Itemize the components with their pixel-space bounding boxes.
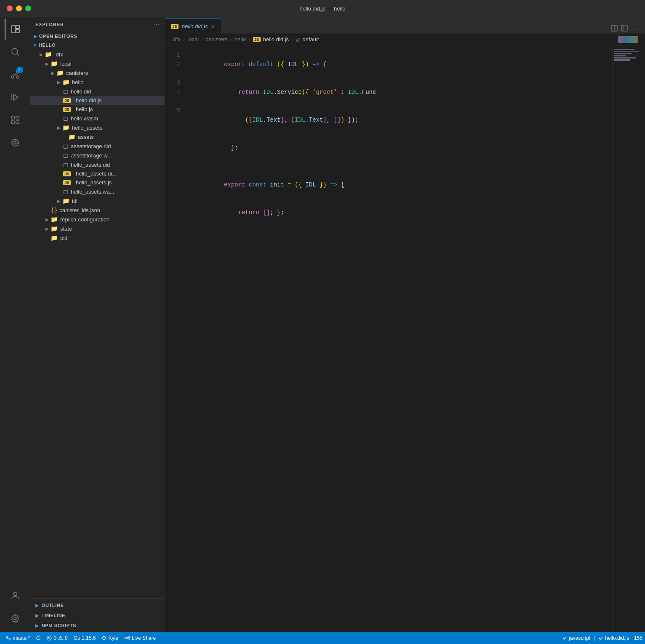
canister-ids-icon: {·} — [51, 207, 57, 213]
idl-folder[interactable]: ▶ 📁 idl — [30, 196, 165, 205]
timeline-section[interactable]: ▶ TIMELINE — [30, 610, 165, 620]
root-folder-hello[interactable]: ▾ HELLO — [30, 40, 165, 50]
status-right: javascript | hello.did.js 155 — [560, 632, 645, 644]
activity-icon-settings[interactable] — [5, 608, 26, 629]
canisters-folder-icon: 📁 — [56, 69, 64, 76]
hello-assets-js-icon: JS — [63, 180, 73, 185]
assets-folder[interactable]: ▶ 📁 assets — [30, 132, 165, 141]
dfx-folder[interactable]: ▶ 📁 .dfx — [30, 50, 165, 59]
svg-point-30 — [128, 636, 130, 638]
file-hello-assets-wasm[interactable]: ◻ hello_assets.wa... — [30, 187, 165, 196]
activity-icon-account[interactable] — [5, 585, 26, 606]
replica-config-folder[interactable]: ▶ 📁 replica-configuration — [30, 215, 165, 224]
go-version-label: Go 1.15.6 — [74, 635, 96, 641]
bc-dfx[interactable]: .dfx — [172, 36, 181, 43]
code-editor[interactable]: 1 2 3 4 5 export default ({ IDL }) => { … — [165, 45, 645, 632]
bc-local[interactable]: local — [187, 36, 199, 43]
assetstorage-wasm-label: assetstorage.w... — [71, 152, 112, 159]
code-content[interactable]: export default ({ IDL }) => { return IDL… — [187, 51, 645, 627]
status-sync[interactable] — [33, 632, 43, 644]
code-line-1: export default ({ IDL }) => { — [189, 51, 645, 78]
activity-icon-run[interactable] — [5, 87, 26, 108]
status-live-share[interactable]: Live Share — [122, 632, 158, 644]
file-assetstorage-wasm[interactable]: ◻ assetstorage.w... — [30, 151, 165, 160]
dfx-folder-icon: 📁 — [45, 51, 52, 58]
tab-close-button[interactable]: × — [211, 23, 214, 30]
state-folder[interactable]: ▶ 📁 state — [30, 224, 165, 233]
svg-point-16 — [13, 592, 17, 596]
file-tree: ▶ OPEN EDITORS ▾ HELLO ▶ 📁 .dfx ▶ 📁 loca… — [30, 32, 165, 598]
bc-filename[interactable]: hello.did.js — [263, 36, 289, 43]
status-user[interactable]: Kyle — [99, 632, 120, 644]
pid-folder-icon: 📁 — [51, 234, 58, 241]
hello-wasm-icon: ◻ — [63, 115, 68, 122]
svg-point-29 — [125, 637, 126, 639]
svg-rect-1 — [16, 25, 19, 29]
hello-assets-did-label: hello_assets.did — [71, 162, 110, 168]
activity-icon-explorer[interactable] — [5, 19, 26, 40]
code-line-3: }; — [189, 134, 645, 162]
pid-folder[interactable]: ▶ 📁 pid — [30, 233, 165, 242]
activity-icon-source-control[interactable]: 1 — [5, 64, 26, 85]
status-errors[interactable]: 0 0 — [44, 632, 70, 644]
status-branch[interactable]: master* — [3, 632, 32, 644]
file-hello-js[interactable]: JS hello.js — [30, 105, 165, 114]
file-assetstorage-did[interactable]: ◻ assetstorage.did — [30, 141, 165, 151]
file-hello-wasm[interactable]: ◻ hello.wasm — [30, 114, 165, 123]
outline-label: OUTLINE — [42, 603, 64, 608]
tab-js-badge: JS — [171, 24, 179, 29]
status-line[interactable]: 155 — [632, 632, 645, 644]
file-canister-ids[interactable]: {·} canister_ids.json — [30, 205, 165, 215]
hello-assets-di-js-icon: JS — [63, 171, 73, 176]
hello-assets-label: hello_assets — [72, 125, 102, 131]
tab-hello-did-js[interactable]: JS hello.did.js × — [165, 19, 221, 34]
tab-bar-actions: ··· — [606, 24, 645, 33]
svg-rect-20 — [621, 25, 627, 31]
file-hello-assets-js[interactable]: JS hello_assets.js — [30, 178, 165, 187]
hello-subfolder[interactable]: ▶ 📁 hello — [30, 77, 165, 87]
hello-wasm-label: hello.wasm — [71, 115, 98, 122]
outline-section[interactable]: ▶ OUTLINE — [30, 600, 165, 610]
canisters-folder[interactable]: ▶ 📁 canisters — [30, 68, 165, 77]
window-controls[interactable] — [7, 5, 31, 11]
hello-assets-wasm-label: hello_assets.wa... — [71, 189, 114, 195]
minimap — [612, 45, 645, 632]
sidebar-bottom: ▶ OUTLINE ▶ TIMELINE ▶ NPM SCRIPTS — [30, 598, 165, 632]
close-button[interactable] — [7, 5, 13, 11]
split-editor-icon[interactable] — [611, 25, 618, 33]
assetstorage-did-label: assetstorage.did — [71, 143, 111, 149]
sync-icon — [36, 636, 41, 641]
bc-symbol-name[interactable]: default — [302, 36, 319, 43]
timeline-arrow: ▶ — [35, 613, 39, 618]
branch-name: master* — [13, 635, 30, 641]
svg-point-28 — [61, 639, 61, 640]
local-folder[interactable]: ▶ 📁 local — [30, 59, 165, 68]
maximize-button[interactable] — [25, 5, 31, 11]
assets-folder-icon: 📁 — [68, 133, 75, 140]
npm-scripts-section[interactable]: ▶ NPM SCRIPTS — [30, 620, 165, 631]
file-hello-did[interactable]: ◻ hello.did — [30, 87, 165, 96]
minimize-button[interactable] — [16, 5, 22, 11]
activity-icon-remote[interactable] — [5, 132, 26, 153]
editor-area: JS hello.did.js × ··· — [165, 17, 645, 632]
error-icon — [47, 636, 52, 641]
code-line-2b: ([IDL.Text], [IDL.Text], []) }); — [189, 106, 645, 134]
activity-icon-extensions[interactable] — [5, 109, 26, 130]
status-language[interactable]: javascript — [560, 632, 593, 644]
status-go-version[interactable]: Go 1.15.6 — [71, 632, 99, 644]
activity-icon-search[interactable] — [5, 41, 26, 62]
state-label: state — [60, 226, 72, 232]
sidebar-more-actions[interactable]: ··· — [154, 21, 160, 28]
file-hello-assets-di-js[interactable]: JS hello_assets.di... — [30, 169, 165, 178]
canisters-label: canisters — [66, 70, 88, 76]
svg-rect-12 — [11, 121, 14, 124]
more-actions-icon[interactable]: ··· — [631, 24, 640, 33]
status-filename[interactable]: hello.did.js — [596, 632, 632, 644]
file-hello-assets-did[interactable]: ◻ hello_assets.did — [30, 160, 165, 169]
bc-canisters[interactable]: canisters — [205, 36, 227, 43]
bc-hello[interactable]: hello — [235, 36, 246, 43]
file-hello-did-js[interactable]: JS hello.did.js — [30, 96, 165, 105]
hello-assets-folder[interactable]: ▶ 📁 hello_assets — [30, 123, 165, 132]
open-editors-header[interactable]: ▶ OPEN EDITORS — [30, 32, 165, 40]
toggle-sidebar-icon[interactable] — [621, 25, 628, 33]
